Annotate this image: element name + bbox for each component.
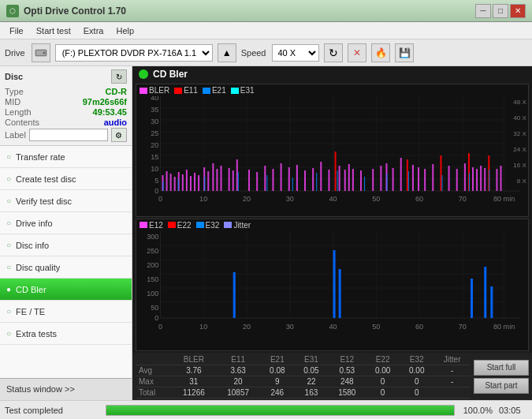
nav-label-disc-info: Disc info bbox=[16, 241, 49, 250]
legend-jitter: Jitter bbox=[224, 221, 251, 230]
svg-text:10: 10 bbox=[151, 165, 158, 173]
eject-button[interactable]: ▲ bbox=[218, 43, 236, 62]
disc-section: Disc ↻ Type CD-R MID 97m26s66f Length 49… bbox=[0, 66, 132, 146]
svg-rect-148 bbox=[339, 269, 341, 318]
max-bler: 31 bbox=[172, 376, 216, 387]
top-chart-svg: 40 35 30 25 20 15 10 5 0 0 10 20 30 40 5… bbox=[136, 96, 528, 207]
drive-label: Drive bbox=[5, 48, 25, 58]
status-text: Test completed bbox=[5, 406, 99, 415]
sidebar-item-create-test-disc[interactable]: ○ Create test disc bbox=[0, 168, 132, 190]
close-button[interactable]: ✕ bbox=[510, 4, 526, 18]
svg-rect-73 bbox=[335, 152, 337, 191]
speed-select[interactable]: 40 X bbox=[272, 44, 319, 62]
col-header-e31: E31 bbox=[294, 354, 328, 365]
sidebar-item-disc-info[interactable]: ○ Disc info bbox=[0, 234, 132, 256]
svg-rect-75 bbox=[344, 170, 346, 191]
legend-e31: E31 bbox=[231, 86, 255, 95]
max-e12: 248 bbox=[329, 376, 366, 387]
type-label: Type bbox=[5, 87, 24, 96]
svg-rect-101 bbox=[162, 181, 163, 191]
legend-e11: E11 bbox=[174, 86, 198, 95]
menu-bar: File Start test Extra Help bbox=[0, 22, 532, 39]
drive-info-icon: ○ bbox=[6, 219, 11, 227]
col-header-empty bbox=[136, 354, 172, 365]
legend-e32: E32 bbox=[196, 221, 220, 230]
burn-button[interactable]: 🔥 bbox=[371, 43, 390, 62]
start-full-button[interactable]: Start full bbox=[474, 360, 529, 376]
avg-e31: 0.05 bbox=[294, 365, 328, 376]
svg-text:0: 0 bbox=[158, 323, 162, 331]
svg-rect-106 bbox=[292, 178, 293, 191]
max-e11: 20 bbox=[216, 376, 260, 387]
restore-button[interactable]: □ bbox=[493, 4, 508, 18]
svg-rect-96 bbox=[480, 166, 482, 191]
menu-extra[interactable]: Extra bbox=[77, 24, 110, 37]
svg-rect-46 bbox=[170, 174, 172, 191]
sidebar-item-drive-info[interactable]: ○ Drive info bbox=[0, 212, 132, 234]
legend-e31-color bbox=[231, 88, 239, 94]
sidebar-item-extra-tests[interactable]: ○ Extra tests bbox=[0, 323, 132, 345]
total-e12: 1580 bbox=[329, 387, 366, 398]
svg-rect-67 bbox=[288, 167, 290, 191]
sidebar-item-disc-quality[interactable]: ○ Disc quality bbox=[0, 256, 132, 279]
col-header-e21: E21 bbox=[260, 354, 294, 365]
row-total-label: Total bbox=[136, 387, 172, 398]
extra-tests-icon: ○ bbox=[6, 329, 11, 338]
legend-e11-color bbox=[174, 88, 182, 94]
svg-text:30: 30 bbox=[286, 195, 294, 203]
col-header-bler: BLER bbox=[172, 354, 216, 365]
svg-rect-91 bbox=[456, 169, 458, 191]
label-input[interactable] bbox=[29, 129, 108, 141]
max-e21: 9 bbox=[260, 376, 294, 387]
eraser-button[interactable]: ✕ bbox=[348, 43, 366, 62]
start-part-button[interactable]: Start part bbox=[474, 378, 529, 394]
table-row-max: Max 31 20 9 22 248 0 0 - bbox=[136, 376, 471, 387]
minimize-button[interactable]: ─ bbox=[475, 4, 491, 18]
sidebar-item-verify-test-disc[interactable]: ○ Verify test disc bbox=[0, 190, 132, 212]
avg-e21: 0.08 bbox=[260, 365, 294, 376]
nav-label-drive-info: Drive info bbox=[16, 219, 52, 228]
sidebar-item-fe-te[interactable]: ○ FE / TE bbox=[0, 301, 132, 323]
sidebar-item-cd-bler[interactable]: ● CD Bler bbox=[0, 279, 132, 301]
stat-buttons: Start full Start part bbox=[474, 354, 529, 398]
svg-rect-86 bbox=[418, 167, 419, 191]
label-settings-button[interactable]: ⚙ bbox=[111, 128, 127, 142]
svg-rect-105 bbox=[266, 175, 267, 191]
svg-rect-107 bbox=[316, 173, 317, 191]
avg-jitter: - bbox=[433, 365, 471, 376]
menu-start-test[interactable]: Start test bbox=[30, 24, 77, 37]
svg-text:60: 60 bbox=[415, 195, 423, 203]
svg-rect-111 bbox=[408, 171, 409, 191]
svg-rect-66 bbox=[281, 163, 282, 191]
svg-text:50: 50 bbox=[151, 304, 158, 312]
col-header-e12: E12 bbox=[329, 354, 366, 365]
drive-select[interactable]: (F:) PLEXTOR DVDR PX-716A 1.11 bbox=[55, 44, 213, 62]
svg-text:0: 0 bbox=[154, 187, 158, 195]
svg-rect-89 bbox=[440, 155, 441, 191]
svg-text:32 X: 32 X bbox=[513, 130, 526, 137]
disc-refresh-button[interactable]: ↻ bbox=[111, 69, 127, 84]
menu-file[interactable]: File bbox=[3, 24, 30, 37]
svg-text:40: 40 bbox=[329, 195, 337, 203]
status-time: 03:05 bbox=[499, 406, 527, 415]
max-e22: 0 bbox=[366, 376, 400, 387]
svg-rect-51 bbox=[190, 176, 192, 191]
col-header-jitter: Jitter bbox=[433, 354, 471, 365]
title-bar: ⬡ Opti Drive Control 1.70 ─ □ ✕ bbox=[0, 0, 532, 22]
svg-rect-82 bbox=[392, 168, 394, 191]
save-button[interactable]: 💾 bbox=[395, 43, 414, 62]
svg-text:16 X: 16 X bbox=[513, 162, 526, 169]
legend-jitter-color bbox=[224, 222, 232, 228]
svg-rect-62 bbox=[248, 170, 250, 191]
refresh-button[interactable]: ↻ bbox=[324, 43, 343, 62]
menu-help[interactable]: Help bbox=[110, 24, 140, 37]
type-value: CD-R bbox=[106, 87, 128, 96]
legend-e21-color bbox=[203, 88, 210, 94]
svg-text:50: 50 bbox=[372, 323, 380, 331]
svg-rect-74 bbox=[339, 166, 340, 191]
sidebar-item-transfer-rate[interactable]: ○ Transfer rate bbox=[0, 146, 132, 168]
svg-text:50: 50 bbox=[372, 195, 380, 203]
svg-text:8 X: 8 X bbox=[517, 178, 527, 185]
svg-rect-94 bbox=[472, 167, 474, 191]
status-window-button[interactable]: Status window >> bbox=[0, 378, 132, 400]
